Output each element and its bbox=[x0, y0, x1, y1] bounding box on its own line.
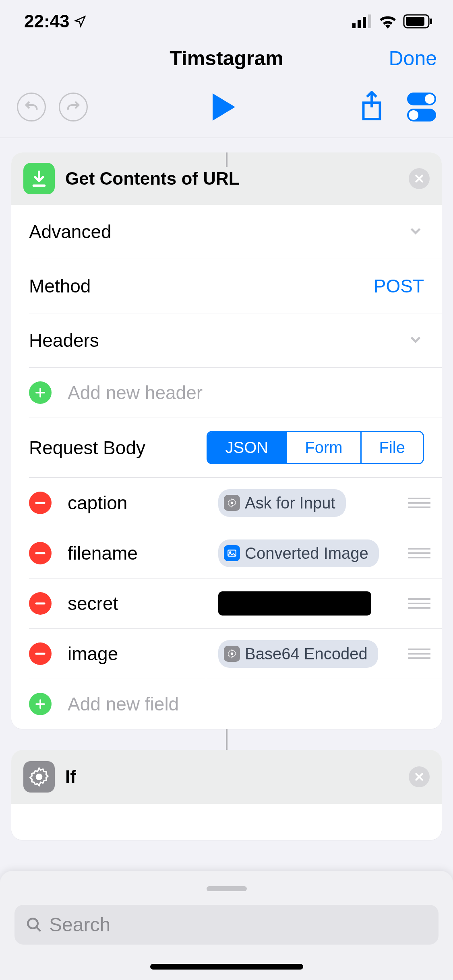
panel-grab-handle[interactable] bbox=[207, 886, 247, 891]
headers-row[interactable]: Headers bbox=[29, 313, 442, 368]
battery-icon bbox=[403, 14, 433, 29]
status-bar: 22:43 bbox=[0, 0, 453, 39]
home-indicator[interactable] bbox=[150, 964, 303, 970]
search-placeholder: Search bbox=[49, 914, 110, 936]
add-field-label: Add new field bbox=[68, 693, 179, 715]
field-key[interactable]: filename bbox=[68, 542, 138, 564]
svg-point-11 bbox=[231, 653, 234, 655]
close-icon bbox=[414, 772, 424, 782]
gear-icon bbox=[23, 761, 55, 793]
method-label: Method bbox=[29, 275, 374, 297]
page-title: Timstagram bbox=[97, 47, 356, 70]
card-header[interactable]: If bbox=[11, 750, 442, 804]
advanced-label: Advanced bbox=[29, 221, 407, 243]
connector-line bbox=[226, 729, 228, 750]
advanced-row[interactable]: Advanced bbox=[29, 205, 442, 259]
add-header-label: Add new header bbox=[68, 382, 203, 404]
connector-line bbox=[226, 152, 228, 167]
pill-label: Ask for Input bbox=[245, 494, 335, 512]
drag-handle[interactable] bbox=[408, 649, 434, 659]
status-icons bbox=[352, 14, 433, 29]
drag-handle[interactable] bbox=[408, 598, 434, 609]
field-row-image: image Base64 Encoded bbox=[29, 628, 442, 679]
minus-icon bbox=[34, 597, 46, 609]
nav-bar: Timstagram Done bbox=[0, 39, 453, 79]
settings-toggle-button[interactable] bbox=[407, 93, 436, 121]
search-input[interactable]: Search bbox=[14, 905, 439, 945]
minus-icon bbox=[34, 547, 46, 559]
get-contents-card: Get Contents of URL Advanced Method POST bbox=[11, 152, 442, 729]
plus-icon bbox=[29, 381, 52, 404]
plus-icon bbox=[29, 693, 52, 715]
undo-button[interactable] bbox=[17, 93, 46, 121]
undo-icon bbox=[23, 99, 39, 115]
close-card-button[interactable] bbox=[409, 168, 430, 189]
chevron-down-icon bbox=[407, 331, 424, 350]
play-button[interactable] bbox=[88, 93, 360, 121]
search-icon bbox=[26, 916, 43, 933]
svg-point-8 bbox=[231, 502, 234, 504]
status-time: 22:43 bbox=[24, 11, 87, 31]
workflow-canvas: Get Contents of URL Advanced Method POST bbox=[0, 152, 453, 840]
segment-file[interactable]: File bbox=[362, 432, 423, 463]
gear-icon bbox=[224, 495, 240, 511]
done-button[interactable]: Done bbox=[356, 47, 437, 70]
field-row-filename: filename Converted Image bbox=[29, 528, 442, 578]
gear-icon bbox=[224, 646, 240, 662]
redacted-value bbox=[218, 591, 371, 616]
request-body-row: Request Body JSON Form File bbox=[29, 418, 442, 478]
body-type-segmented: JSON Form File bbox=[207, 431, 424, 464]
location-icon bbox=[74, 15, 87, 28]
minus-icon bbox=[34, 648, 46, 660]
remove-field-button[interactable] bbox=[29, 492, 52, 514]
bottom-panel[interactable]: Search bbox=[0, 871, 453, 980]
share-button[interactable] bbox=[360, 91, 384, 123]
pill-label: Converted Image bbox=[245, 544, 368, 562]
remove-field-button[interactable] bbox=[29, 592, 52, 615]
svg-rect-6 bbox=[430, 19, 432, 24]
svg-rect-2 bbox=[363, 17, 366, 28]
wifi-icon bbox=[378, 14, 397, 29]
value-pill-ask-input[interactable]: Ask for Input bbox=[218, 489, 346, 517]
close-icon bbox=[414, 173, 424, 184]
image-icon bbox=[224, 545, 240, 561]
svg-rect-0 bbox=[352, 23, 356, 28]
download-icon bbox=[23, 163, 55, 194]
drag-handle[interactable] bbox=[408, 498, 434, 508]
redo-icon bbox=[65, 99, 81, 115]
value-pill-converted-image[interactable]: Converted Image bbox=[218, 539, 379, 567]
field-row-secret: secret bbox=[29, 578, 442, 628]
svg-rect-5 bbox=[406, 17, 424, 26]
card-title: Get Contents of URL bbox=[65, 169, 409, 189]
redo-button[interactable] bbox=[59, 93, 88, 121]
close-card-button[interactable] bbox=[409, 766, 430, 787]
value-pill-base64[interactable]: Base64 Encoded bbox=[218, 640, 378, 668]
minus-icon bbox=[34, 497, 46, 509]
segment-form[interactable]: Form bbox=[287, 432, 361, 463]
svg-point-13 bbox=[28, 918, 38, 929]
remove-field-button[interactable] bbox=[29, 542, 52, 564]
field-key[interactable]: secret bbox=[68, 593, 118, 614]
headers-label: Headers bbox=[29, 329, 407, 351]
svg-point-12 bbox=[36, 774, 41, 779]
request-body-label: Request Body bbox=[29, 437, 207, 459]
field-key[interactable]: caption bbox=[68, 492, 127, 514]
toolbar bbox=[0, 79, 453, 138]
chevron-down-icon bbox=[407, 222, 424, 241]
play-icon bbox=[213, 93, 235, 121]
drag-handle[interactable] bbox=[408, 548, 434, 558]
field-row-caption: caption Ask for Input bbox=[29, 478, 442, 528]
segment-json[interactable]: JSON bbox=[208, 432, 288, 463]
svg-rect-1 bbox=[358, 20, 361, 28]
svg-rect-3 bbox=[368, 14, 371, 28]
remove-field-button[interactable] bbox=[29, 642, 52, 665]
add-header-button[interactable]: Add new header bbox=[29, 368, 442, 418]
time-text: 22:43 bbox=[24, 11, 70, 31]
card-title: If bbox=[65, 767, 409, 787]
method-value: POST bbox=[374, 275, 424, 297]
pill-label: Base64 Encoded bbox=[245, 645, 368, 663]
add-field-button[interactable]: Add new field bbox=[29, 679, 442, 729]
field-key[interactable]: image bbox=[68, 643, 118, 665]
if-card: If bbox=[11, 750, 442, 840]
method-row[interactable]: Method POST bbox=[29, 259, 442, 313]
